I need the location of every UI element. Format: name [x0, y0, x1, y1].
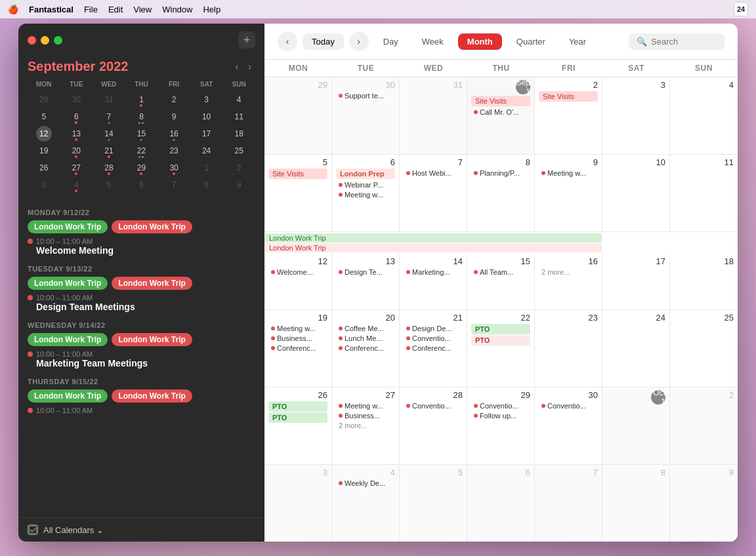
cal-cell[interactable]: 23 — [535, 310, 602, 387]
cal-cell[interactable]: 5 — [400, 465, 467, 542]
cal-cell[interactable]: 17 — [602, 254, 670, 309]
mini-day[interactable]: 6 — [68, 109, 84, 125]
cal-event[interactable]: Design De... — [404, 324, 463, 333]
pto-event[interactable]: PTO — [471, 324, 530, 334]
cal-cell[interactable]: 10 — [602, 155, 670, 231]
mini-day[interactable]: 11 — [231, 109, 247, 125]
cal-event[interactable]: Marketing... — [404, 268, 463, 277]
mini-day[interactable]: 20 — [68, 143, 84, 159]
all-calendars-button[interactable]: All Calendars ⌄ — [43, 525, 104, 535]
cal-cell-sep1[interactable]: Sep 1 Site Visits Call Mr. O'... — [467, 77, 535, 154]
cal-cell[interactable]: 3 — [264, 465, 332, 542]
cal-event[interactable]: Coffee Me... — [336, 324, 395, 333]
mini-day[interactable]: 10 — [199, 109, 215, 125]
event-title[interactable]: Welcome Meeting — [28, 245, 255, 256]
mini-day[interactable]: 24 — [199, 143, 215, 159]
cal-event[interactable]: Conventio... — [471, 401, 530, 410]
cal-cell[interactable]: 2 — [670, 387, 738, 464]
cal-cell[interactable]: 11 — [670, 155, 738, 231]
cal-cell[interactable]: 8 — [602, 465, 670, 542]
tag-london-red-4[interactable]: London Work Trip — [112, 389, 192, 403]
view-month-button[interactable]: Month — [458, 33, 502, 50]
cal-cell[interactable]: 28 Conventio... — [400, 387, 467, 464]
cal-cell[interactable]: 9 Meeting w... — [535, 155, 602, 231]
cal-cell[interactable]: 7 — [535, 465, 602, 542]
cal-event[interactable]: Business... — [268, 334, 327, 343]
pto-event[interactable]: PTO — [268, 412, 327, 423]
cal-cell[interactable]: 31 — [400, 77, 467, 154]
cal-event[interactable]: Host Webi... — [404, 169, 463, 178]
view-year-button[interactable]: Year — [560, 33, 595, 50]
cal-event[interactable]: Design Te... — [336, 268, 395, 277]
mini-day[interactable]: 18 — [231, 126, 247, 142]
pto-event-2[interactable]: PTO — [471, 335, 530, 346]
mini-day[interactable]: 9 — [231, 177, 247, 193]
next-month-button[interactable]: › — [349, 31, 369, 51]
cal-cell[interactable]: 13 Design Te... — [332, 254, 400, 309]
cal-cell[interactable]: 6 — [467, 465, 535, 542]
cal-event[interactable]: Planning/P... — [471, 169, 530, 178]
menu-view[interactable]: View — [133, 5, 152, 14]
cal-cell[interactable]: 29 — [264, 77, 332, 154]
cal-cell[interactable]: 22 PTO PTO — [467, 310, 535, 387]
cal-event[interactable]: Meeting w... — [268, 324, 327, 333]
cal-cell[interactable]: 9 — [670, 465, 738, 542]
tag-london-green-2[interactable]: London Work Trip — [28, 277, 108, 290]
mini-cal-prev[interactable]: ‹ — [231, 60, 242, 74]
mini-day[interactable]: 25 — [231, 143, 247, 159]
cal-event[interactable]: All Team... — [471, 268, 530, 277]
tag-london-green[interactable]: London Work Trip — [28, 220, 108, 233]
mini-day[interactable]: 27 — [68, 160, 84, 176]
cal-cell[interactable]: 19 Meeting w... Business... Conferenc... — [264, 310, 332, 387]
cal-cell[interactable]: 27 Meeting w... Business... 2 more... — [332, 387, 400, 464]
cal-cell[interactable]: 25 — [670, 310, 738, 387]
mini-day-today[interactable]: 12 — [36, 126, 52, 142]
mini-day[interactable]: 3 — [36, 177, 52, 193]
cal-cell[interactable]: 4 — [670, 77, 738, 154]
mini-day[interactable]: 4 — [231, 92, 247, 108]
add-event-button[interactable]: + — [238, 31, 255, 49]
view-day-button[interactable]: Day — [374, 33, 408, 50]
london-work-trip-red-span[interactable]: London Work Trip — [265, 243, 602, 252]
mini-day[interactable]: 8 — [133, 109, 149, 125]
calendar-menu-icon[interactable]: 24 — [734, 2, 748, 16]
mini-day[interactable]: 9 — [166, 109, 182, 125]
tag-london-red[interactable]: London Work Trip — [112, 220, 192, 233]
mini-day[interactable]: 7 — [166, 177, 182, 193]
today-button[interactable]: Today — [303, 33, 344, 50]
tag-london-red-3[interactable]: London Work Trip — [112, 333, 192, 346]
cal-event[interactable]: Meeting w... — [539, 169, 598, 178]
cal-cell[interactable]: 8 Planning/P... — [467, 155, 535, 231]
cal-cell[interactable]: 18 — [670, 254, 738, 309]
menu-file[interactable]: File — [84, 5, 98, 14]
mini-day[interactable]: 29 — [36, 92, 52, 108]
site-visits-span[interactable]: Site Visits — [539, 91, 598, 102]
cal-cell[interactable]: 12 Welcome... — [264, 254, 332, 309]
mini-day[interactable]: 23 — [166, 143, 182, 159]
cal-cell[interactable]: Oct 1 — [602, 387, 670, 464]
more-link[interactable]: 2 more... — [539, 268, 598, 277]
mini-day[interactable]: 1 — [199, 160, 215, 176]
cal-event[interactable]: Welcome... — [268, 268, 327, 277]
mini-day[interactable]: 15 — [133, 126, 149, 142]
menu-help[interactable]: Help — [203, 5, 220, 14]
search-input[interactable] — [651, 37, 717, 47]
mini-day[interactable]: 29 — [133, 160, 149, 176]
close-button[interactable] — [28, 36, 36, 45]
cal-cell[interactable]: 6 London Prep Webinar P... Meeting w... — [332, 155, 400, 231]
mini-day[interactable]: 21 — [101, 143, 117, 159]
more-link[interactable]: 2 more... — [336, 421, 395, 430]
cal-cell[interactable]: 30 Conventio... — [535, 387, 602, 464]
mini-day[interactable]: 30 — [68, 92, 84, 108]
cal-event[interactable]: Webinar P... — [336, 180, 395, 189]
mini-day[interactable]: 14 — [101, 126, 117, 142]
mini-day[interactable]: 26 — [36, 160, 52, 176]
menu-edit[interactable]: Edit — [108, 5, 123, 14]
cal-event[interactable]: Business... — [336, 411, 395, 420]
view-quarter-button[interactable]: Quarter — [507, 33, 555, 50]
mini-day[interactable]: 2 — [166, 92, 182, 108]
cal-cell[interactable]: 14 Marketing... — [400, 254, 467, 309]
tag-london-green-3[interactable]: London Work Trip — [28, 333, 108, 346]
cal-event[interactable]: Meeting w... — [336, 401, 395, 410]
mini-day[interactable]: 8 — [199, 177, 215, 193]
